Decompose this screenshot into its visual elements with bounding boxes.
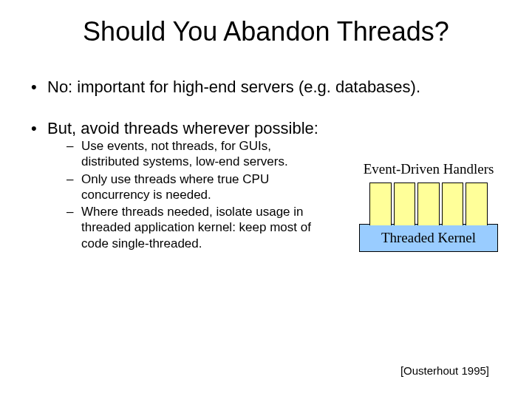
handler-bar: [394, 183, 416, 225]
sub-bullet-item: Where threads needed, isolate usage in t…: [65, 204, 324, 251]
bullet-list: No: important for high-end servers (e.g.…: [28, 77, 504, 253]
handler-bar: [442, 183, 464, 225]
slide-title: Should You Abandon Threads?: [0, 0, 532, 47]
handler-bars: [353, 183, 504, 225]
diagram-top-label: Event-Driven Handlers: [353, 160, 504, 178]
slide-content: No: important for high-end servers (e.g.…: [0, 47, 532, 253]
handler-bar: [417, 183, 440, 225]
sub-bullet-item: Use events, not threads, for GUIs, distr…: [65, 138, 324, 170]
handler-bar: [466, 183, 488, 225]
bullet-item: No: important for high-end servers (e.g.…: [28, 77, 504, 98]
citation: [Ousterhout 1995]: [400, 364, 489, 377]
handler-bar: [369, 183, 392, 225]
sub-bullet-item: Only use threads where true CPU concurre…: [65, 171, 324, 203]
bullet-text: But, avoid threads wherever possible:: [47, 119, 318, 137]
bullet-item: But, avoid threads wherever possible: Us…: [28, 118, 504, 253]
architecture-diagram: Event-Driven Handlers Threaded Kernel: [324, 138, 504, 252]
kernel-box: Threaded Kernel: [359, 224, 498, 252]
sub-bullet-list: Use events, not threads, for GUIs, distr…: [65, 138, 324, 253]
columns-wrap: Use events, not threads, for GUIs, distr…: [47, 138, 504, 253]
